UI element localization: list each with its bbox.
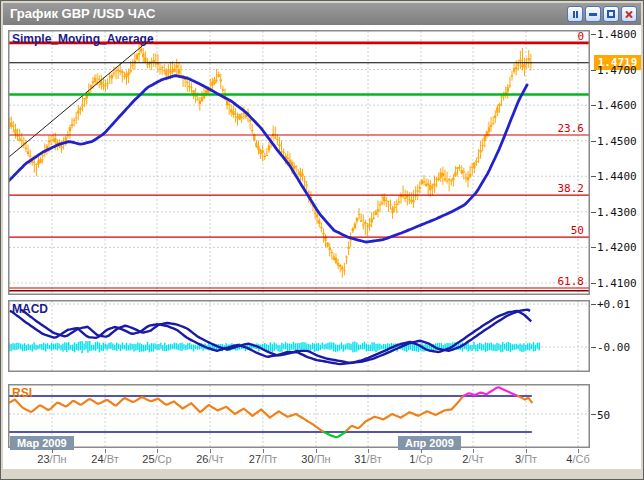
fib-level-label: 61.8	[544, 275, 584, 288]
x-axis-day-name: /Чт	[468, 453, 483, 465]
x-axis-day-number: 23	[37, 453, 49, 465]
x-axis-day-name: /Пт	[521, 453, 537, 465]
x-axis-day-name: /Пн	[50, 453, 67, 465]
y-tick	[591, 105, 596, 106]
x-axis-day-number: 31	[354, 453, 366, 465]
price-axis-label: 1.4500	[597, 135, 641, 148]
y-tick	[591, 283, 596, 284]
fib-level-label: 0	[544, 30, 584, 43]
x-axis-label: 1/Ср	[409, 453, 432, 465]
rsi-chart-canvas[interactable]	[8, 384, 590, 448]
y-tick	[591, 34, 596, 35]
x-axis-label: 24/Вт	[91, 453, 118, 465]
y-tick	[591, 70, 596, 71]
x-axis-label: 25/Ср	[142, 453, 171, 465]
x-axis-label: 31/Вт	[354, 453, 381, 465]
x-axis-day-number: 27	[249, 453, 261, 465]
fib-level-label: 23.6	[544, 122, 584, 135]
close-button[interactable]	[621, 6, 637, 22]
x-axis-label: 26/Чт	[196, 453, 224, 465]
y-tick	[591, 347, 596, 348]
chart-content: Simple_Moving_Average MACD RSI 1.4719 +0…	[3, 25, 641, 469]
x-axis-day-name: /Ср	[415, 453, 432, 465]
macd-chart-canvas[interactable]	[8, 300, 590, 372]
x-axis-day-number: 24	[91, 453, 103, 465]
y-tick	[591, 304, 596, 305]
price-axis-label: 1.4700	[597, 64, 641, 77]
close-icon	[625, 10, 634, 19]
window-controls	[567, 6, 637, 22]
x-axis-label: 27/Пт	[249, 453, 277, 465]
macd-axis-label-top: +0.01	[597, 298, 641, 311]
x-axis-day-name: /Пн	[314, 453, 331, 465]
price-axis-label: 1.4600	[597, 99, 641, 112]
macd-indicator-label: MACD	[12, 302, 48, 316]
x-axis-label: 3/Пт	[515, 453, 537, 465]
price-axis-label: 1.4100	[597, 277, 641, 290]
y-tick	[591, 176, 596, 177]
pause-icon	[573, 11, 578, 18]
x-axis-day-name: /Чт	[208, 453, 223, 465]
month-badge-march: Мар 2009	[10, 436, 74, 450]
minimize-button[interactable]	[585, 6, 601, 22]
x-axis-day-name: /Пт	[261, 453, 277, 465]
x-axis-label: 4/Сб	[566, 453, 589, 465]
x-axis-label: 23/Пн	[37, 453, 66, 465]
rsi-indicator-label: RSI	[12, 386, 32, 400]
x-axis-day-number: 25	[142, 453, 154, 465]
fib-level-label: 38.2	[544, 182, 584, 195]
x-axis-day-name: /Сб	[572, 453, 589, 465]
pause-button[interactable]	[567, 6, 583, 22]
x-axis-day-name: /Вт	[104, 453, 119, 465]
chart-window: График GBP /USD ЧАС Simple_Moving_Averag…	[0, 0, 644, 480]
price-chart-canvas[interactable]	[8, 30, 590, 295]
titlebar[interactable]: График GBP /USD ЧАС	[3, 3, 641, 25]
x-axis-label: 2/Чт	[462, 453, 484, 465]
price-axis-label: 1.4300	[597, 206, 641, 219]
restore-icon	[607, 10, 615, 18]
price-axis-label: 1.4200	[597, 241, 641, 254]
price-axis-label: 1.4800	[597, 28, 641, 41]
fib-level-label: 50	[544, 224, 584, 237]
x-axis-day-name: /Вт	[367, 453, 382, 465]
y-tick	[591, 414, 596, 415]
window-title: График GBP /USD ЧАС	[10, 6, 155, 21]
sma-indicator-label: Simple_Moving_Average	[12, 32, 154, 46]
x-axis-label: 30/Пн	[301, 453, 330, 465]
y-tick	[591, 247, 596, 248]
macd-axis-label-zero: -0.00	[597, 341, 641, 354]
minimize-icon	[589, 13, 597, 16]
x-axis-day-number: 30	[301, 453, 313, 465]
x-axis-day-number: 26	[196, 453, 208, 465]
x-axis-day-name: /Ср	[155, 453, 172, 465]
month-badge-april: Апр 2009	[398, 436, 461, 450]
y-tick	[591, 212, 596, 213]
y-tick	[591, 141, 596, 142]
price-axis-label: 1.4400	[597, 170, 641, 183]
rsi-axis-label-50: 50	[597, 409, 641, 422]
restore-button[interactable]	[603, 6, 619, 22]
